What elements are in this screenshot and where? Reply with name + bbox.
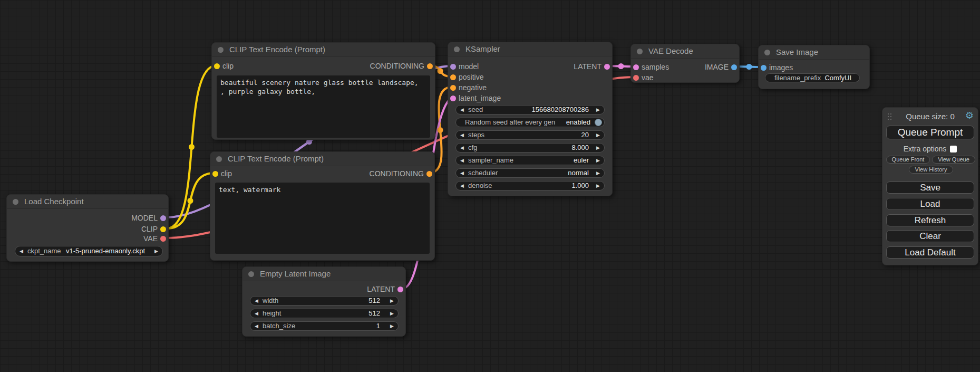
- negative-input-dot[interactable]: [450, 85, 456, 91]
- image-output-dot[interactable]: [731, 64, 737, 70]
- latent-output-dot[interactable]: [397, 287, 403, 292]
- positive-input-dot[interactable]: [450, 74, 456, 80]
- node-ksampler[interactable]: KSampler model positive negative latent_…: [448, 42, 613, 196]
- collapse-dot-icon[interactable]: [637, 49, 643, 54]
- widget-value[interactable]: 1.000: [571, 182, 589, 190]
- save-button[interactable]: Save: [886, 182, 974, 194]
- widget-value[interactable]: 512: [368, 297, 380, 305]
- view-history-button[interactable]: View History: [909, 166, 953, 174]
- denoise-widget[interactable]: ◀ denoise 1.000 ▶: [455, 181, 605, 190]
- decrement-arrow-icon[interactable]: ◀: [460, 106, 464, 114]
- increment-arrow-icon[interactable]: ▶: [596, 169, 600, 177]
- widget-value[interactable]: 20: [581, 131, 589, 139]
- latent-image-input-dot[interactable]: [450, 96, 456, 101]
- sampler-name-widget[interactable]: ◀ sampler_name euler ▶: [455, 156, 605, 165]
- images-input-dot[interactable]: [761, 65, 766, 71]
- clip-input-dot[interactable]: [214, 63, 220, 69]
- decrement-arrow-icon[interactable]: ◀: [460, 131, 464, 139]
- increment-arrow-icon[interactable]: ▶: [390, 309, 394, 318]
- collapse-dot-icon[interactable]: [13, 199, 18, 205]
- increment-arrow-icon[interactable]: ▶: [390, 297, 394, 305]
- decrement-arrow-icon[interactable]: ◀: [460, 144, 464, 152]
- decrement-arrow-icon[interactable]: ◀: [20, 246, 23, 256]
- collapse-dot-icon[interactable]: [218, 47, 224, 53]
- extra-options-checkbox[interactable]: [950, 146, 957, 152]
- view-queue-button[interactable]: View Queue: [932, 156, 975, 164]
- node-clip-text-encode-negative[interactable]: CLIP Text Encode (Prompt) clip CONDITION…: [210, 151, 435, 261]
- latent-output-dot[interactable]: [604, 64, 610, 70]
- random-seed-widget[interactable]: Random seed after every gen enabled: [455, 118, 605, 127]
- model-input-dot[interactable]: [450, 64, 456, 70]
- widget-value[interactable]: 512: [368, 309, 380, 318]
- collapse-dot-icon[interactable]: [216, 156, 222, 162]
- vae-output-dot[interactable]: [160, 236, 166, 242]
- increment-arrow-icon[interactable]: ▶: [596, 144, 600, 152]
- increment-arrow-icon[interactable]: ▶: [596, 156, 600, 165]
- ckpt-name-widget[interactable]: ◀ ckpt_name v1-5-pruned-emaonly.ckpt ▶: [15, 246, 163, 256]
- load-button[interactable]: Load: [886, 198, 974, 210]
- widget-value[interactable]: 1: [376, 322, 380, 330]
- decrement-arrow-icon[interactable]: ◀: [255, 309, 258, 318]
- link-midpoint-dot[interactable]: [438, 68, 443, 74]
- node-title-bar[interactable]: Load Checkpoint: [7, 195, 168, 209]
- collapse-dot-icon[interactable]: [248, 271, 254, 277]
- cfg-widget[interactable]: ◀ cfg 8.000 ▶: [455, 143, 605, 152]
- clip-output-dot[interactable]: [160, 226, 166, 232]
- node-save-image[interactable]: Save Image images filename_prefix ComfyU…: [758, 45, 870, 89]
- decrement-arrow-icon[interactable]: ◀: [460, 182, 464, 190]
- node-title-bar[interactable]: Save Image: [759, 45, 869, 60]
- filename-prefix-widget[interactable]: filename_prefix ComfyUI: [765, 73, 860, 82]
- steps-widget[interactable]: ◀ steps 20 ▶: [455, 130, 605, 140]
- decrement-arrow-icon[interactable]: ◀: [460, 156, 464, 165]
- positive-prompt-textarea[interactable]: beautiful scenery nature glass bottle la…: [217, 75, 430, 138]
- queue-prompt-button[interactable]: Queue Prompt: [886, 126, 974, 139]
- model-output-dot[interactable]: [160, 215, 166, 221]
- collapse-dot-icon[interactable]: [764, 50, 770, 55]
- link-midpoint-dot[interactable]: [618, 63, 624, 69]
- conditioning-output-dot[interactable]: [426, 171, 432, 177]
- vae-input-dot[interactable]: [633, 75, 639, 81]
- increment-arrow-icon[interactable]: ▶: [596, 182, 600, 190]
- clip-input-dot[interactable]: [212, 171, 218, 177]
- node-title-bar[interactable]: Empty Latent Image: [242, 267, 405, 281]
- refresh-button[interactable]: Refresh: [886, 214, 974, 226]
- link-midpoint-dot[interactable]: [188, 198, 193, 204]
- scheduler-widget[interactable]: ◀ scheduler normal ▶: [455, 168, 605, 178]
- widget-value[interactable]: 156680208700286: [532, 106, 589, 114]
- width-widget[interactable]: ◀ width 512 ▶: [250, 296, 399, 306]
- widget-value[interactable]: ComfyUI: [824, 74, 851, 82]
- decrement-arrow-icon[interactable]: ◀: [255, 322, 258, 330]
- node-title-bar[interactable]: CLIP Text Encode (Prompt): [210, 152, 434, 166]
- node-title-bar[interactable]: CLIP Text Encode (Prompt): [212, 43, 435, 57]
- node-title-bar[interactable]: VAE Decode: [631, 44, 739, 59]
- link-midpoint-dot[interactable]: [746, 64, 752, 70]
- widget-value[interactable]: normal: [568, 169, 589, 177]
- node-clip-text-encode-positive[interactable]: CLIP Text Encode (Prompt) clip CONDITION…: [211, 42, 435, 140]
- link-midpoint-dot[interactable]: [438, 127, 443, 133]
- node-load-checkpoint[interactable]: Load Checkpoint MODEL CLIP VAE ◀ ckpt_na…: [6, 194, 169, 262]
- height-widget[interactable]: ◀ height 512 ▶: [250, 309, 399, 318]
- widget-value[interactable]: v1-5-pruned-emaonly.ckpt: [66, 246, 145, 256]
- clear-button[interactable]: Clear: [886, 230, 974, 242]
- gear-icon[interactable]: ⚙: [965, 110, 974, 121]
- increment-arrow-icon[interactable]: ▶: [154, 246, 158, 256]
- comfyui-canvas[interactable]: { "icons": { "left_arrow": "◀", "right_a…: [0, 0, 980, 372]
- collapse-dot-icon[interactable]: [454, 46, 460, 52]
- samples-input-dot[interactable]: [633, 64, 639, 70]
- link-midpoint-dot[interactable]: [189, 144, 195, 150]
- node-title-bar[interactable]: KSampler: [448, 42, 612, 56]
- random-seed-toggle[interactable]: [595, 119, 602, 126]
- increment-arrow-icon[interactable]: ▶: [596, 106, 600, 114]
- load-default-button[interactable]: Load Default: [886, 246, 974, 259]
- increment-arrow-icon[interactable]: ▶: [390, 322, 394, 330]
- widget-value[interactable]: 8.000: [571, 144, 589, 152]
- increment-arrow-icon[interactable]: ▶: [596, 131, 600, 139]
- batch-size-widget[interactable]: ◀ batch_size 1 ▶: [250, 321, 399, 331]
- widget-value[interactable]: euler: [574, 156, 589, 165]
- negative-prompt-textarea[interactable]: text, watermark: [215, 183, 430, 254]
- decrement-arrow-icon[interactable]: ◀: [255, 297, 258, 305]
- seed-widget[interactable]: ◀ seed 156680208700286 ▶: [455, 105, 605, 115]
- decrement-arrow-icon[interactable]: ◀: [460, 169, 464, 177]
- node-vae-decode[interactable]: VAE Decode samples vae IMAGE: [630, 44, 740, 83]
- node-empty-latent-image[interactable]: Empty Latent Image LATENT ◀ width 512 ▶ …: [242, 266, 406, 337]
